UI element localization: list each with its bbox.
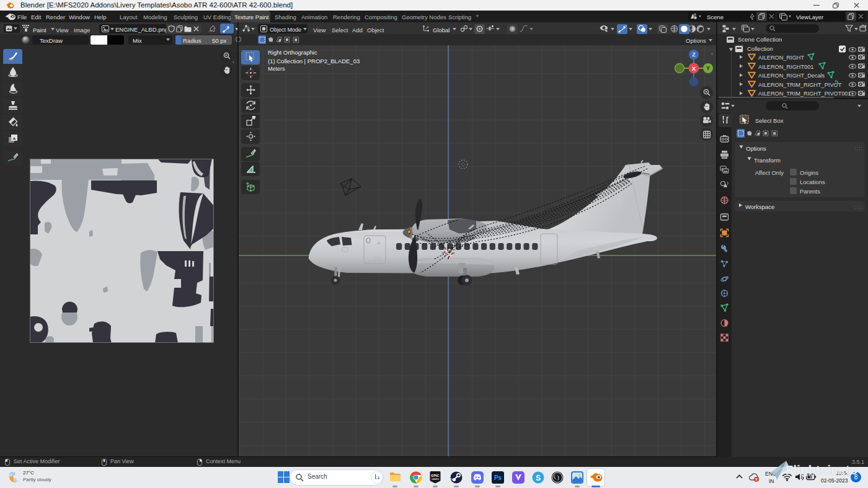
svg-text:Ps: Ps: [494, 474, 502, 481]
svg-text:Z: Z: [692, 51, 696, 58]
svg-text:AILERON_RIGHT: AILERON_RIGHT: [758, 55, 804, 61]
svg-text:GAMES: GAMES: [432, 478, 440, 481]
svg-text:AILERON_RIGHT_Decals: AILERON_RIGHT_Decals: [758, 73, 825, 79]
svg-text:X: X: [692, 66, 696, 72]
svg-text:AILERON_RIGHT001: AILERON_RIGHT001: [758, 64, 813, 70]
svg-text:AILERON_TRIM_RIGHT_PIVOT001: AILERON_TRIM_RIGHT_PIVOT001: [758, 91, 851, 97]
svg-text:AILERON_TRIM_RIGHT_PIVOT: AILERON_TRIM_RIGHT_PIVOT: [758, 82, 842, 88]
svg-text:S: S: [536, 474, 541, 482]
svg-text:Y: Y: [706, 65, 710, 71]
svg-text:Collection: Collection: [747, 45, 773, 52]
svg-text:EPIC: EPIC: [432, 474, 440, 477]
svg-text:Scene Collection: Scene Collection: [738, 36, 782, 43]
